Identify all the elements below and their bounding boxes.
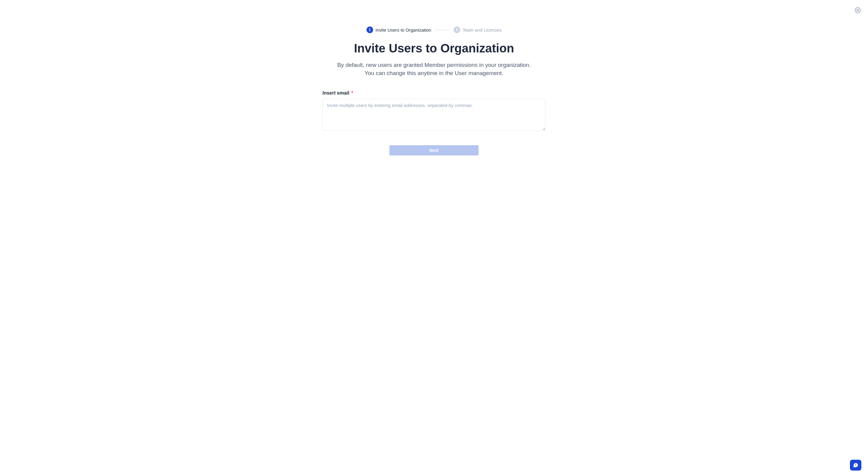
email-form-group: Insert email * <box>322 90 546 132</box>
close-button[interactable] <box>855 7 861 13</box>
step-1-label: Invite Users to Organization <box>375 27 431 33</box>
email-label: Insert email * <box>322 90 546 96</box>
step-1-circle: 1 <box>367 27 373 33</box>
step-2-circle: 2 <box>454 27 460 33</box>
svg-point-0 <box>855 466 856 466</box>
page-title: Invite Users to Organization <box>322 41 546 55</box>
email-input[interactable] <box>322 99 546 131</box>
main-container: 1 Invite Users to Organization 2 Team an… <box>322 0 546 155</box>
step-2-number: 2 <box>456 28 458 32</box>
step-1[interactable]: 1 Invite Users to Organization <box>367 27 431 33</box>
step-2[interactable]: 2 Team and Licenses <box>454 27 501 33</box>
stepper: 1 Invite Users to Organization 2 Team an… <box>322 27 546 33</box>
page-description: By default, new users are granted Member… <box>335 61 533 77</box>
help-button[interactable] <box>850 460 861 471</box>
email-label-text: Insert email <box>322 90 349 95</box>
step-1-number: 1 <box>369 28 371 32</box>
next-button[interactable]: Next <box>390 145 478 155</box>
close-icon <box>856 9 859 12</box>
step-2-label: Team and Licenses <box>463 27 501 33</box>
required-asterisk: * <box>351 90 353 95</box>
button-row: Next <box>322 145 546 155</box>
help-icon <box>852 462 859 468</box>
